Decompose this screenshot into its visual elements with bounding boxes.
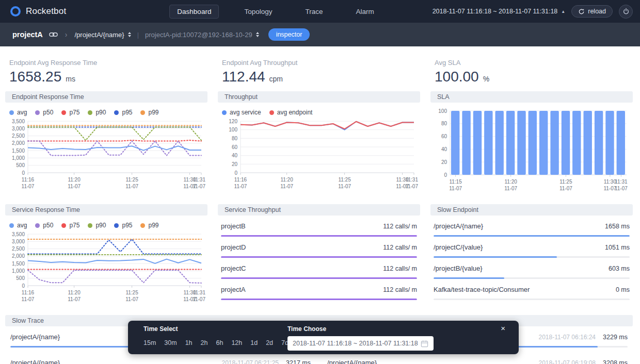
item-value: 112 calls/ m <box>383 223 417 230</box>
legend-dot-icon <box>35 110 40 115</box>
list-item[interactable]: projectA 112 calls/ m <box>218 279 420 300</box>
list-item[interactable]: projectC 112 calls/ m <box>218 258 420 279</box>
logout-button[interactable] <box>619 5 633 19</box>
item-value: 112 calls/ m <box>383 265 417 272</box>
list-item[interactable]: /projectB/{value} 603 ms <box>430 258 633 279</box>
stat-unit: ms <box>66 75 75 83</box>
top-navbar: Rocketbot Dashboard Topology Trace Alarm… <box>0 0 640 23</box>
legend-item[interactable]: avg service <box>222 109 261 116</box>
legend-item[interactable]: avg endpoint <box>269 109 313 116</box>
svg-text:2,500: 2,500 <box>12 133 25 139</box>
legend-dot-icon <box>140 110 145 115</box>
panel-sla: SLA 02040608010011:1511-0711:2011-0711:2… <box>430 91 633 195</box>
svg-text:11:25: 11:25 <box>125 177 138 183</box>
list-item[interactable]: projectD 112 calls/ m <box>218 237 420 258</box>
endpoint-response-time-chart: 05001,0001,5002,0002,5003,0003,50011:161… <box>5 117 206 193</box>
svg-text:11:16: 11:16 <box>234 177 247 183</box>
legend-item[interactable]: p95 <box>114 222 132 229</box>
list-item[interactable]: Kafka/test-trace-topic/Consumer 0 ms <box>430 279 633 300</box>
charts-row-2: Service Response Time avgp50p75p90p95p99… <box>5 204 633 306</box>
svg-text:500: 500 <box>16 162 25 168</box>
close-icon[interactable]: × <box>501 324 505 332</box>
svg-text:11:31: 11:31 <box>615 179 628 185</box>
slow-endpoint-list: /projectA/{name} 1658 ms /projectC/{valu… <box>430 216 633 300</box>
item-timestamp: 2018-11-07 06:16:24 <box>539 334 596 341</box>
chart-legend: avgp50p75p90p95p99 <box>9 109 207 116</box>
legend-item[interactable]: avg <box>9 109 27 116</box>
tab-dashboard[interactable]: Dashboard <box>169 5 219 19</box>
item-value: 3217 ms <box>286 359 311 364</box>
legend-item[interactable]: p99 <box>140 109 158 116</box>
svg-text:11-07: 11-07 <box>125 296 138 302</box>
time-select-option[interactable]: 1h <box>185 339 193 346</box>
item-name: /projectB/{value} <box>434 264 609 272</box>
reload-button[interactable]: reload <box>571 5 613 18</box>
svg-text:40: 40 <box>441 146 447 152</box>
legend-item[interactable]: p50 <box>35 109 53 116</box>
legend-item[interactable]: p90 <box>88 222 106 229</box>
item-name: projectB <box>221 222 383 230</box>
svg-text:1,000: 1,000 <box>12 155 25 161</box>
divider: | <box>137 31 139 39</box>
time-choose-title: Time Choose <box>287 325 434 333</box>
svg-text:40: 40 <box>232 153 238 158</box>
svg-text:11-07: 11-07 <box>405 184 418 189</box>
time-range-toggle[interactable]: 2018-11-07 11:16:18 ~ 2018-11-07 11:31:1… <box>433 8 566 15</box>
time-select-option[interactable]: 30m <box>164 339 177 346</box>
stat-label: Endpoint Avg Throughput <box>222 59 420 67</box>
item-value: 112 calls/ m <box>383 286 417 293</box>
project-name[interactable]: projectA <box>12 30 43 39</box>
svg-text:120: 120 <box>229 119 237 124</box>
reload-icon <box>578 8 585 15</box>
item-value: 603 ms <box>609 265 630 272</box>
rocketbot-logo-icon <box>10 6 21 16</box>
svg-text:1,500: 1,500 <box>12 261 25 267</box>
svg-text:1,000: 1,000 <box>12 268 25 274</box>
endpoint-selector[interactable]: /projectA/{name} <box>75 31 131 39</box>
legend-item[interactable]: p90 <box>88 109 106 116</box>
time-select-option[interactable]: 2d <box>266 339 273 346</box>
legend-item[interactable]: avg <box>9 222 27 229</box>
svg-text:11-07: 11-07 <box>280 184 293 189</box>
panel-service-response-time: Service Response Time avgp50p75p90p95p99… <box>5 204 207 306</box>
tab-alarm[interactable]: Alarm <box>348 5 381 19</box>
svg-text:0: 0 <box>22 170 25 176</box>
legend-item[interactable]: p99 <box>140 222 158 229</box>
time-select-option[interactable]: 6h <box>216 339 223 346</box>
legend-item[interactable]: p75 <box>61 222 79 229</box>
time-range-input[interactable]: 2018-11-07 11:16:18 ~ 2018-11-07 11:31:1… <box>287 336 434 351</box>
stat-value: 1658.25 <box>9 69 61 85</box>
instance-selector[interactable]: projectA-pid:10072@192-168-10-29 <box>145 31 259 39</box>
legend-item[interactable]: p50 <box>35 222 53 229</box>
list-item[interactable]: /projectA/{name} 1658 ms <box>430 216 633 237</box>
list-item[interactable]: projectB 112 calls/ m <box>218 216 420 237</box>
time-select-section: Time Select 15m30m1h2h6h12h1d2d7d <box>128 321 287 354</box>
panel-title: Slow Endpoint <box>430 204 633 216</box>
panel-title: Endpoint Response Time <box>5 91 207 103</box>
instance-selector-value: projectA-pid:10072@192-168-10-29 <box>145 31 252 39</box>
svg-text:3,000: 3,000 <box>12 239 25 244</box>
chart-legend: avg serviceavg endpoint <box>222 109 420 116</box>
service-response-time-chart: 05001,0001,5002,0002,5003,0003,50011:161… <box>5 230 206 306</box>
sort-arrows-icon <box>128 32 131 37</box>
time-select-option[interactable]: 12h <box>231 339 242 346</box>
stat-value: 112.44 <box>222 69 265 85</box>
panel-throughput: Throughput avg serviceavg endpoint 02040… <box>218 91 420 195</box>
panel-endpoint-response-time: Endpoint Response Time avgp50p75p90p95p9… <box>5 91 207 195</box>
time-select-option[interactable]: 1d <box>250 339 258 346</box>
stat-unit: % <box>483 75 489 83</box>
svg-text:3,500: 3,500 <box>12 231 25 237</box>
tab-trace[interactable]: Trace <box>297 5 330 19</box>
caret-up-icon: ▲ <box>561 9 565 14</box>
stat-endpoint-avg-response-time: Endpoint Avg Response Time 1658.25 ms <box>5 59 207 85</box>
legend-item[interactable]: p95 <box>114 109 132 116</box>
list-item[interactable]: /projectC/{value} 1051 ms <box>430 237 633 258</box>
panel-title: SLA <box>430 91 633 103</box>
time-select-option[interactable]: 15m <box>143 339 156 346</box>
svg-text:2,000: 2,000 <box>12 253 25 259</box>
tab-topology[interactable]: Topology <box>236 5 280 19</box>
svg-text:11-07: 11-07 <box>504 186 517 191</box>
inspector-button[interactable]: inspector <box>268 28 310 41</box>
legend-item[interactable]: p75 <box>61 109 79 116</box>
time-select-option[interactable]: 2h <box>201 339 208 346</box>
